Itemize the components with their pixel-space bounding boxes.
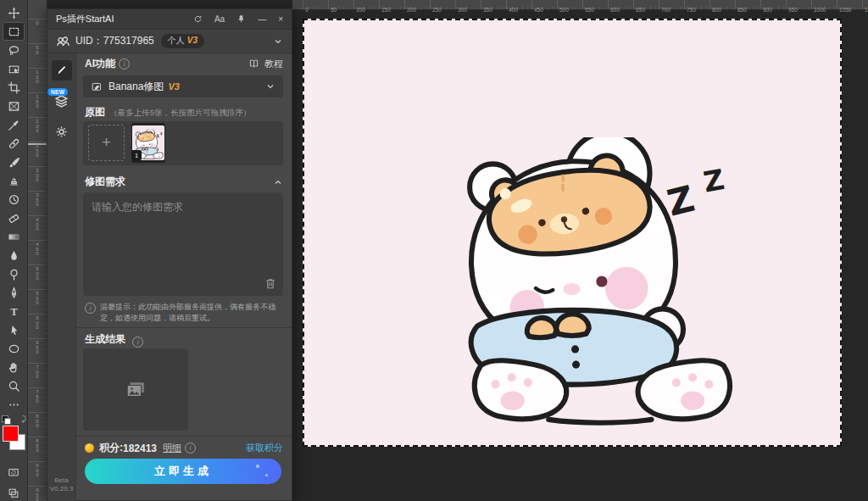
points-bar: 积分: 182413 明细 i 获取积分 — [85, 441, 283, 455]
ruler-tick: 50 — [328, 0, 337, 9]
request-placeholder: 请输入您的修图需求 — [92, 200, 183, 214]
ruler-tick: 5 0 0 — [28, 264, 47, 281]
generate-button[interactable]: 立即生成 — [85, 459, 281, 484]
pin-icon[interactable] — [236, 9, 246, 29]
quick-mask-button[interactable] — [3, 464, 25, 480]
default-colors-icon[interactable] — [2, 415, 9, 423]
earn-points-link[interactable]: 获取积分 — [246, 442, 283, 454]
rectangular-marquee-tool[interactable] — [3, 22, 25, 41]
points-value: 182413 — [123, 443, 157, 454]
picture-placeholder-icon — [125, 381, 146, 399]
ruler-tick: 250 — [430, 0, 442, 9]
sparkle-icon — [265, 474, 268, 476]
sleeping-bear-illustration — [467, 137, 750, 429]
color-swatches: ⤸ — [1, 417, 26, 459]
ruler-tick: 2 5 0 — [28, 142, 47, 159]
request-textarea[interactable]: 请输入您的修图需求 — [83, 192, 283, 296]
feature-dropdown[interactable]: Banana修图 V3 — [83, 75, 283, 97]
pencil-icon — [56, 64, 68, 76]
result-header: 生成结果 i — [85, 331, 143, 348]
plugin-titlebar[interactable]: Ps插件StartAI Aa — × — [47, 9, 292, 30]
info-icon[interactable]: i — [185, 443, 196, 454]
screen-mode-icon — [7, 487, 20, 499]
eraser-tool[interactable] — [3, 209, 25, 227]
plugin-title: Ps插件StartAI — [56, 13, 114, 25]
ruler-tick: 1050 — [837, 0, 851, 9]
ruler-tick: 3 5 0 — [28, 191, 47, 208]
uploaded-thumbnail[interactable]: 1 — [131, 123, 165, 163]
ruler-tick: 0 — [303, 0, 309, 9]
chevron-up-icon[interactable] — [273, 177, 283, 187]
minimize-icon[interactable]: — — [258, 9, 266, 29]
tutorial-button[interactable]: 教程 — [248, 58, 283, 70]
ruler-tick: 700 — [659, 0, 670, 9]
divider — [76, 436, 292, 437]
plus-icon: + — [102, 134, 111, 152]
clone-stamp-tool[interactable] — [3, 171, 25, 190]
lasso-tool[interactable] — [3, 41, 25, 59]
vertical-ruler: 05 01 0 01 5 02 0 02 5 03 0 03 5 04 0 04… — [28, 0, 47, 501]
ruler-tick: 7 5 0 — [28, 387, 47, 404]
screen-mode-button[interactable] — [3, 485, 25, 501]
refresh-icon[interactable] — [193, 9, 203, 29]
type-tool[interactable]: T — [3, 302, 25, 320]
image-edit-icon — [91, 81, 103, 92]
source-section: 原图 （最多上传5张，长按图片可拖拽排序） — [85, 105, 251, 120]
brush-tool[interactable] — [3, 153, 25, 171]
ruler-tick: 550 — [582, 0, 594, 9]
source-hint: （最多上传5张，长按图片可拖拽排序） — [109, 108, 251, 117]
font-size-icon[interactable]: Aa — [214, 9, 225, 29]
ruler-tick: 2 0 0 — [28, 117, 47, 134]
chevron-down-icon[interactable] — [273, 36, 283, 47]
result-placeholder-box — [83, 348, 188, 431]
zoom-tool[interactable] — [3, 376, 25, 395]
info-icon[interactable]: i — [132, 337, 143, 348]
ruler-tick: 650 — [633, 0, 645, 9]
request-label: 修图需求 — [85, 175, 125, 189]
ruler-tick: 9 0 0 — [28, 461, 47, 478]
gradient-tool[interactable] — [3, 227, 25, 246]
frame-tool[interactable] — [3, 97, 25, 115]
ruler-tick: 200 — [404, 0, 416, 9]
ruler-tick: 500 — [557, 0, 569, 9]
trash-icon[interactable] — [264, 277, 276, 290]
account-bar[interactable]: UID：775317965 个人V3 — [47, 30, 292, 53]
close-icon[interactable]: × — [278, 9, 283, 29]
add-image-button[interactable]: + — [88, 125, 125, 161]
divider — [76, 327, 292, 328]
ellipse-shape-tool[interactable] — [3, 339, 25, 358]
crop-tool[interactable] — [3, 78, 25, 97]
eyedropper-tool[interactable] — [3, 115, 25, 134]
ruler-tick: 8 0 0 — [28, 412, 47, 429]
ruler-tick: 350 — [481, 0, 492, 9]
move-tool[interactable] — [3, 3, 25, 22]
ruler-tick: 750 — [684, 0, 696, 9]
uid-text: UID：775317965 — [75, 34, 154, 48]
source-label: 原图 — [85, 106, 105, 118]
settings-tab[interactable] — [55, 125, 68, 142]
request-header: 修图需求 — [85, 175, 283, 189]
path-selection-tool[interactable] — [3, 320, 25, 339]
ai-section-label: AI功能 — [85, 57, 115, 71]
layers-tab[interactable]: NEW — [54, 94, 69, 112]
info-icon: i — [85, 303, 96, 314]
hand-tool[interactable] — [3, 358, 25, 376]
edit-toolbar-tool[interactable] — [3, 395, 25, 414]
points-detail-link[interactable]: 明细 — [163, 442, 181, 454]
edit-tab[interactable] — [52, 60, 72, 81]
document-canvas[interactable] — [303, 19, 842, 447]
pen-tool[interactable] — [3, 283, 25, 302]
spot-healing-tool[interactable] — [3, 134, 25, 153]
dodge-tool[interactable] — [3, 264, 25, 283]
ruler-tick: 950 — [786, 0, 798, 9]
sparkle-icon — [256, 465, 259, 468]
foreground-color-swatch[interactable] — [3, 426, 19, 442]
blur-tool[interactable] — [3, 246, 25, 264]
object-selection-tool[interactable] — [3, 59, 25, 78]
swap-colors-icon[interactable]: ⤸ — [22, 415, 26, 424]
history-brush-tool[interactable] — [3, 190, 25, 209]
info-icon[interactable]: i — [119, 58, 130, 70]
svg-text:T: T — [10, 305, 17, 317]
ruler-tick: 800 — [709, 0, 721, 9]
startai-plugin-panel: Ps插件StartAI Aa — × UID：775317965 个人V3 NE… — [47, 8, 292, 501]
